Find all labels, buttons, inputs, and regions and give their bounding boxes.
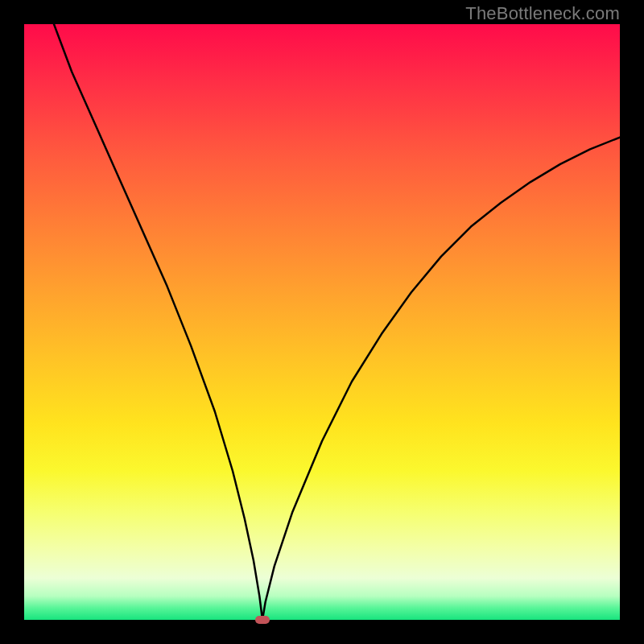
minimum-marker [255,616,270,624]
curve-svg [24,24,620,620]
plot-area [24,24,620,620]
bottleneck-curve [54,24,620,620]
chart-frame: TheBottleneck.com [0,0,644,644]
watermark-label: TheBottleneck.com [465,3,620,24]
